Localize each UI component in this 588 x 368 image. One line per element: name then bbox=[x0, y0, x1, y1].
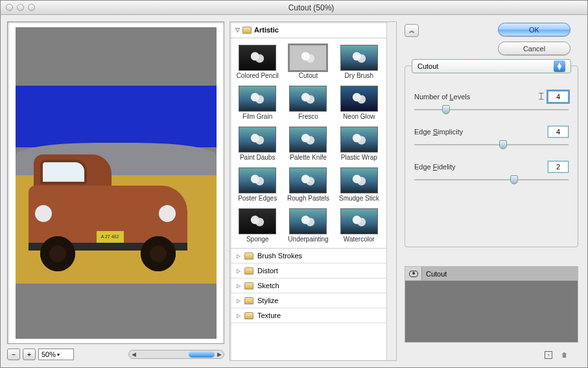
disclosure-triangle-icon: ▷ bbox=[237, 268, 241, 274]
filter-thumb-sponge[interactable]: Sponge bbox=[233, 207, 282, 244]
filter-swatch-icon bbox=[340, 208, 378, 234]
filter-thumb-label: Poster Edges bbox=[238, 195, 277, 202]
effect-layers-empty-area bbox=[405, 281, 578, 342]
filter-thumb-label: Palette Knife bbox=[290, 154, 327, 161]
category-row-distort[interactable]: ▷Distort bbox=[230, 264, 386, 278]
zoom-value: 50% bbox=[41, 350, 56, 358]
folder-icon bbox=[244, 312, 253, 319]
filter-swatch-icon bbox=[289, 127, 327, 153]
eye-icon bbox=[409, 271, 418, 277]
category-row-sketch[interactable]: ▷Sketch bbox=[230, 278, 386, 293]
filter-thumb-label: Film Grain bbox=[242, 113, 272, 120]
param-label-simplicity: Edge Simplicity bbox=[414, 128, 463, 136]
folder-icon bbox=[242, 27, 252, 34]
zoom-level-field[interactable]: 50% ▾ bbox=[38, 349, 74, 360]
filter-swatch-icon bbox=[239, 86, 276, 112]
filter-thumb-fresco[interactable]: Fresco bbox=[283, 84, 333, 121]
preview-viewport[interactable]: A 27 462 bbox=[7, 21, 224, 344]
filter-swatch-icon bbox=[239, 167, 276, 193]
filter-thumb-plastic-wrap[interactable]: Plastic Wrap bbox=[335, 125, 384, 162]
category-label: Stylize bbox=[257, 297, 278, 304]
filter-thumb-label: Cutout bbox=[299, 72, 318, 79]
filter-swatch-icon bbox=[340, 45, 378, 71]
preview-horizontal-scrollbar[interactable]: ◀ ▶ bbox=[128, 350, 224, 359]
folder-icon bbox=[244, 252, 253, 260]
filter-thumb-palette-knife[interactable]: Palette Knife bbox=[283, 125, 333, 162]
effect-layers-panel: Cutout bbox=[405, 266, 578, 343]
filter-thumbnails-grid: Colored PencilCutoutDry BrushFilm GrainF… bbox=[230, 38, 386, 248]
preview-canvas: A 27 462 bbox=[16, 27, 217, 339]
chevron-up-double-icon: ︽ bbox=[409, 29, 415, 33]
chevron-down-icon: ▾ bbox=[57, 352, 60, 358]
filter-thumb-label: Sponge bbox=[246, 236, 268, 243]
folder-icon bbox=[244, 282, 253, 289]
category-label: Texture bbox=[257, 312, 281, 319]
filter-thumb-watercolor[interactable]: Watercolor bbox=[335, 207, 384, 244]
filter-thumb-label: Plastic Wrap bbox=[341, 154, 377, 161]
window-close-button[interactable] bbox=[6, 4, 13, 11]
collapse-toggle-button[interactable]: ︽ bbox=[405, 24, 419, 37]
effect-layer-row[interactable]: Cutout bbox=[405, 267, 578, 281]
category-label: Brush Strokes bbox=[257, 252, 302, 260]
levels-input[interactable] bbox=[548, 91, 569, 103]
simplicity-slider[interactable] bbox=[414, 140, 569, 149]
window-minimize-button[interactable] bbox=[17, 4, 24, 11]
levels-slider[interactable] bbox=[414, 105, 569, 114]
category-header-artistic[interactable]: ▽ Artistic bbox=[230, 22, 386, 38]
filter-swatch-icon bbox=[289, 45, 327, 71]
scroll-left-arrow-icon[interactable]: ◀ bbox=[129, 350, 138, 358]
filter-select-dropdown[interactable]: Cutout ▲▼ bbox=[412, 59, 571, 73]
simplicity-input[interactable] bbox=[548, 126, 569, 138]
effect-layer-name: Cutout bbox=[422, 270, 451, 278]
filter-swatch-icon bbox=[289, 86, 327, 112]
filter-thumb-label: Underpainting bbox=[288, 236, 328, 243]
filter-thumb-label: Paint Daubs bbox=[240, 154, 275, 161]
delete-effect-layer-button[interactable]: 🗑 bbox=[560, 351, 568, 359]
gallery-vertical-scrollbar[interactable] bbox=[386, 22, 396, 360]
filter-gallery-pane: ▽ Artistic Colored PencilCutoutDry Brush… bbox=[229, 21, 397, 361]
filter-thumb-rough-pastels[interactable]: Rough Pastels bbox=[283, 166, 333, 203]
slider-thumb[interactable] bbox=[499, 140, 507, 149]
selected-filter-name: Cutout bbox=[417, 62, 438, 70]
disclosure-triangle-icon: ▽ bbox=[235, 27, 240, 33]
controls-pane: ︽ OK Cancel Cutout ▲▼ Number of Levels ⌶ bbox=[402, 21, 581, 361]
new-effect-layer-button[interactable]: ▫ bbox=[545, 351, 552, 359]
filter-thumb-smudge-stick[interactable]: Smudge Stick bbox=[335, 166, 384, 203]
slider-thumb[interactable] bbox=[442, 105, 450, 114]
visibility-toggle[interactable] bbox=[405, 267, 422, 280]
slider-thumb[interactable] bbox=[510, 175, 518, 184]
preview-pane: A 27 462 − + 50% ▾ ◀ ▶ bbox=[7, 21, 224, 361]
filter-swatch-icon bbox=[239, 127, 276, 153]
scroll-right-arrow-icon[interactable]: ▶ bbox=[215, 350, 224, 358]
filter-thumb-neon-glow[interactable]: Neon Glow bbox=[335, 84, 384, 121]
window-zoom-button[interactable] bbox=[28, 4, 35, 11]
filter-swatch-icon bbox=[340, 127, 378, 153]
filter-thumb-paint-daubs[interactable]: Paint Daubs bbox=[233, 125, 282, 162]
filter-thumb-underpainting[interactable]: Underpainting bbox=[283, 207, 333, 244]
category-row-brush-strokes[interactable]: ▷Brush Strokes bbox=[230, 249, 386, 264]
fidelity-slider[interactable] bbox=[414, 175, 569, 184]
filter-thumb-label: Smudge Stick bbox=[339, 195, 379, 202]
filter-thumb-colored-pencil[interactable]: Colored Pencil bbox=[233, 43, 282, 80]
category-label: Artistic bbox=[254, 26, 279, 34]
param-label-fidelity: Edge Fidelity bbox=[414, 163, 456, 171]
zoom-out-button[interactable]: − bbox=[7, 349, 20, 360]
text-cursor-icon: ⌶ bbox=[539, 91, 544, 101]
titlebar: Cutout (50%) bbox=[1, 1, 587, 15]
filter-thumb-cutout[interactable]: Cutout bbox=[283, 43, 333, 80]
fidelity-input[interactable] bbox=[548, 161, 569, 173]
filter-thumb-dry-brush[interactable]: Dry Brush bbox=[335, 43, 384, 80]
filter-thumb-label: Dry Brush bbox=[345, 72, 373, 79]
category-row-stylize[interactable]: ▷Stylize bbox=[230, 293, 386, 308]
zoom-in-button[interactable]: + bbox=[23, 349, 36, 360]
filter-thumb-poster-edges[interactable]: Poster Edges bbox=[233, 166, 282, 203]
filter-thumb-film-grain[interactable]: Film Grain bbox=[233, 84, 282, 121]
category-row-texture[interactable]: ▷Texture bbox=[230, 308, 386, 323]
ok-button[interactable]: OK bbox=[498, 23, 570, 36]
param-label-levels: Number of Levels bbox=[414, 93, 470, 101]
filter-swatch-icon bbox=[239, 208, 276, 234]
disclosure-triangle-icon: ▷ bbox=[237, 313, 241, 319]
cancel-button[interactable]: Cancel bbox=[498, 42, 570, 55]
dropdown-stepper-icon: ▲▼ bbox=[554, 60, 565, 72]
scrollbar-thumb[interactable] bbox=[189, 351, 215, 358]
